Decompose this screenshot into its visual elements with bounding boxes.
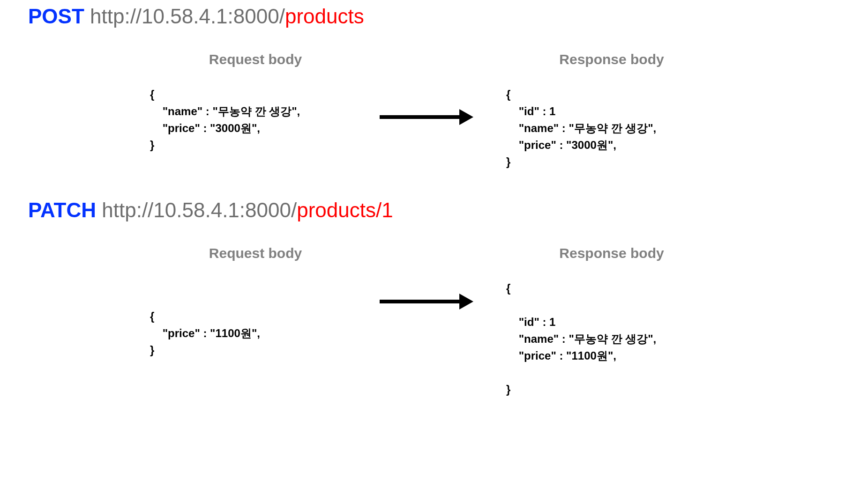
post-request-body: { "name" : "무농약 깐 생강", "price" : "3000원"… (150, 86, 361, 154)
patch-method: PATCH (28, 199, 96, 221)
post-response-column: Response body { "id" : 1 "name" : "무농약 깐… (506, 52, 717, 170)
patch-response-body: { "id" : 1 "name" : "무농약 깐 생강", "price" … (506, 280, 717, 398)
patch-request-body: { "price" : "1100원", } (150, 308, 361, 359)
patch-url-base: http://10.58.4.1:8000/ (102, 199, 297, 221)
post-request-column: Request body { "name" : "무농약 깐 생강", "pri… (150, 52, 361, 154)
patch-response-column: Response body { "id" : 1 "name" : "무농약 깐… (506, 245, 717, 398)
patch-request-label: Request body (150, 245, 361, 261)
arrow-icon (380, 112, 473, 122)
post-section: POST http://10.58.4.1:8000/products Requ… (28, 5, 840, 170)
arrow-icon (380, 297, 473, 306)
patch-response-label: Response body (506, 245, 717, 261)
patch-arrow-column (361, 245, 492, 306)
post-method: POST (28, 5, 84, 28)
patch-url-path: products/1 (297, 199, 393, 221)
post-request-label: Request body (150, 52, 361, 67)
patch-section: PATCH http://10.58.4.1:8000/products/1 R… (28, 199, 840, 398)
post-header: POST http://10.58.4.1:8000/products (28, 5, 840, 28)
post-response-body: { "id" : 1 "name" : "무농약 깐 생강", "price" … (506, 86, 717, 170)
post-arrow-column (361, 52, 492, 122)
patch-request-column: Request body { "price" : "1100원", } (150, 245, 361, 359)
patch-body-row: Request body { "price" : "1100원", } Resp… (28, 245, 840, 398)
post-url-path: products (285, 5, 364, 28)
patch-header: PATCH http://10.58.4.1:8000/products/1 (28, 199, 840, 222)
post-url-base: http://10.58.4.1:8000/ (90, 5, 285, 28)
post-response-label: Response body (506, 52, 717, 67)
post-body-row: Request body { "name" : "무농약 깐 생강", "pri… (28, 52, 840, 170)
